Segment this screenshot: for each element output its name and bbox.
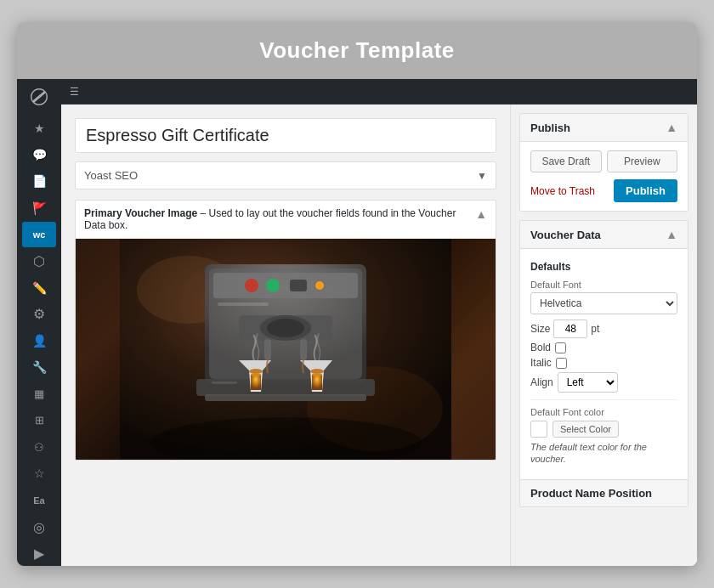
sidebar-item-users[interactable]: 👤 <box>22 328 56 353</box>
voucher-data-box: Voucher Data ▲ Defaults Default Font Hel… <box>519 220 688 507</box>
default-font-label: Default Font <box>530 280 677 290</box>
trash-publish-row: Move to Trash Publish <box>530 179 677 202</box>
sidebar-item-wrench[interactable]: 🔧 <box>22 355 56 380</box>
sidebar-item-woocommerce[interactable]: wc <box>22 222 56 246</box>
select-color-button[interactable]: Select Color <box>552 421 619 438</box>
window-title-text: Voucher Template <box>259 37 455 63</box>
svg-point-20 <box>312 373 322 376</box>
draft-preview-row: Save Draft Preview <box>530 150 677 172</box>
sidebar-item-nodes[interactable]: ⚇ <box>22 435 56 460</box>
default-font-color-label: Default Font color <box>530 407 677 417</box>
window-title: Voucher Template <box>17 22 697 79</box>
coffee-machine-image <box>76 239 496 460</box>
svg-point-12 <box>267 319 304 337</box>
main-window: Voucher Template ★ 💬 📄 🚩 wc ⬡ ✏️ ⚙ 👤 🔧 ▦ <box>17 22 697 566</box>
svg-point-8 <box>315 281 324 290</box>
svg-point-7 <box>266 279 280 292</box>
sidebar-item-circle[interactable]: ◎ <box>22 514 56 539</box>
svg-rect-14 <box>300 339 307 360</box>
voucher-data-content: Defaults Default Font Helvetica Size <box>520 249 688 479</box>
italic-label: Italic <box>530 357 552 369</box>
voucher-data-title: Voucher Data <box>530 229 601 241</box>
voucher-image-box: Primary Voucher Image – Used to lay out … <box>75 200 496 461</box>
wp-logo[interactable] <box>22 82 56 110</box>
align-row: Align Left Center Right <box>530 372 677 393</box>
wp-editor-area: Yoast SEO ▼ Primary Voucher Image – Used… <box>61 105 510 566</box>
wp-main-content: ☰ Yoast SEO ▼ Primary Voucher Image <box>61 79 697 566</box>
sidebar-item-code[interactable]: ⊞ <box>22 408 56 433</box>
publish-box-header: Publish ▲ <box>520 114 688 142</box>
svg-rect-22 <box>212 382 237 384</box>
wp-topbar: ☰ <box>61 79 697 105</box>
svg-rect-9 <box>290 280 307 291</box>
product-name-position-section[interactable]: Product Name Position <box>520 479 688 506</box>
voucher-image-content <box>76 239 496 460</box>
publish-box-title: Publish <box>530 122 570 134</box>
wp-admin-sidebar: ★ 💬 📄 🚩 wc ⬡ ✏️ ⚙ 👤 🔧 ▦ ⊞ ⚇ ☆ Ea ◎ ▶ <box>17 79 61 566</box>
wp-content-area: Yoast SEO ▼ Primary Voucher Image – Used… <box>61 105 697 566</box>
publish-collapse-icon[interactable]: ▲ <box>666 121 677 134</box>
topbar-text: ☰ <box>70 86 79 98</box>
italic-row: Italic <box>530 357 677 369</box>
post-title-input[interactable] <box>75 118 496 153</box>
wp-window: ★ 💬 📄 🚩 wc ⬡ ✏️ ⚙ 👤 🔧 ▦ ⊞ ⚇ ☆ Ea ◎ ▶ ☰ <box>17 79 697 566</box>
section-divider <box>530 399 677 400</box>
size-unit: pt <box>591 323 599 335</box>
sidebar-item-tools[interactable]: ⚙ <box>22 302 56 326</box>
color-description: The default text color for the voucher. <box>530 441 677 466</box>
yoast-chevron-icon: ▼ <box>477 170 487 182</box>
bold-row: Bold <box>530 342 677 353</box>
default-font-field: Default Font Helvetica <box>530 280 677 314</box>
default-font-select[interactable]: Helvetica <box>530 292 677 314</box>
voucher-image-header: Primary Voucher Image – Used to lay out … <box>76 201 496 239</box>
voucher-data-header: Voucher Data ▲ <box>520 221 688 249</box>
svg-rect-16 <box>205 394 366 401</box>
bold-label: Bold <box>530 342 551 353</box>
voucher-data-collapse-icon[interactable]: ▲ <box>666 228 677 241</box>
voucher-image-collapse-icon[interactable]: ▲ <box>475 207 487 221</box>
wp-right-sidebar: Publish ▲ Save Draft Preview Move to Tra… <box>510 105 697 566</box>
sidebar-item-edit[interactable]: ✏️ <box>22 275 56 300</box>
bold-checkbox[interactable] <box>555 342 566 353</box>
align-label: Align <box>530 376 553 388</box>
svg-point-6 <box>245 279 258 292</box>
align-select[interactable]: Left Center Right <box>558 372 618 393</box>
publish-button[interactable]: Publish <box>614 179 677 202</box>
yoast-seo-label: Yoast SEO <box>84 169 138 182</box>
sidebar-item-posts[interactable]: 📄 <box>22 169 56 194</box>
product-name-position-label: Product Name Position <box>530 487 652 500</box>
svg-rect-21 <box>218 302 269 306</box>
size-row: Size pt <box>530 319 677 338</box>
color-swatch[interactable] <box>530 421 547 438</box>
size-input[interactable] <box>553 319 587 338</box>
voucher-image-header-text: Primary Voucher Image – Used to lay out … <box>84 207 475 231</box>
sidebar-item-star[interactable]: ★ <box>22 116 56 140</box>
move-to-trash-link[interactable]: Move to Trash <box>530 185 595 197</box>
sidebar-item-comments[interactable]: 💬 <box>22 142 56 167</box>
svg-rect-5 <box>213 273 358 298</box>
sidebar-item-products[interactable]: ⬡ <box>22 249 56 274</box>
sidebar-item-grid[interactable]: ▦ <box>22 382 56 406</box>
sidebar-item-play[interactable]: ▶ <box>22 541 56 566</box>
defaults-label: Defaults <box>530 261 677 273</box>
yoast-seo-bar[interactable]: Yoast SEO ▼ <box>75 161 496 189</box>
svg-rect-13 <box>264 339 271 360</box>
italic-checkbox[interactable] <box>556 358 567 369</box>
woo-icon: wc <box>33 229 46 240</box>
save-draft-button[interactable]: Save Draft <box>530 150 602 172</box>
preview-button[interactable]: Preview <box>607 150 678 172</box>
sidebar-item-feedback[interactable]: 🚩 <box>22 195 56 220</box>
sidebar-item-ea[interactable]: Ea <box>22 488 56 512</box>
svg-point-18 <box>251 373 261 376</box>
publish-box-content: Save Draft Preview Move to Trash Publish <box>520 142 688 211</box>
sidebar-item-star2[interactable]: ☆ <box>22 461 56 486</box>
size-label: Size <box>530 323 550 335</box>
publish-box: Publish ▲ Save Draft Preview Move to Tra… <box>519 113 688 212</box>
color-row: Select Color <box>530 421 677 438</box>
